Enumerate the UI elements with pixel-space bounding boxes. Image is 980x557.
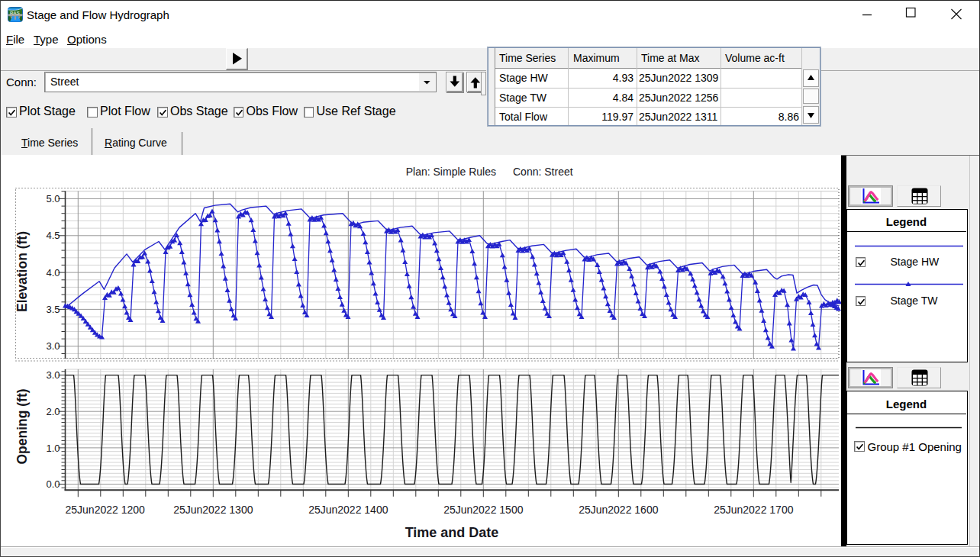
svg-text:Conn: Street: Conn: Street (513, 166, 573, 178)
svg-text:2.0: 2.0 (46, 406, 60, 417)
svg-text:25Jun2022 1700: 25Jun2022 1700 (714, 504, 794, 516)
svg-text:Time and Date: Time and Date (405, 525, 499, 540)
svg-text:Plan: Simple Rules: Plan: Simple Rules (406, 166, 496, 178)
svg-text:3.5: 3.5 (46, 304, 60, 315)
svg-text:0.0: 0.0 (46, 478, 60, 490)
svg-text:25Jun2022 1400: 25Jun2022 1400 (308, 504, 388, 516)
svg-text:25Jun2022 1300: 25Jun2022 1300 (173, 504, 253, 516)
svg-text:Elevation (ft): Elevation (ft) (15, 231, 30, 312)
svg-text:Opening (ft): Opening (ft) (15, 388, 30, 464)
svg-text:5.0: 5.0 (46, 193, 60, 204)
svg-text:25Jun2022 1200: 25Jun2022 1200 (66, 504, 146, 516)
svg-text:3.0: 3.0 (46, 369, 60, 381)
svg-text:1.0: 1.0 (46, 443, 60, 454)
svg-text:3.0: 3.0 (46, 340, 60, 352)
svg-text:25Jun2022 1600: 25Jun2022 1600 (579, 504, 659, 516)
svg-text:4.0: 4.0 (46, 267, 60, 278)
svg-text:25Jun2022 1500: 25Jun2022 1500 (443, 504, 524, 516)
svg-text:4.5: 4.5 (46, 230, 60, 241)
